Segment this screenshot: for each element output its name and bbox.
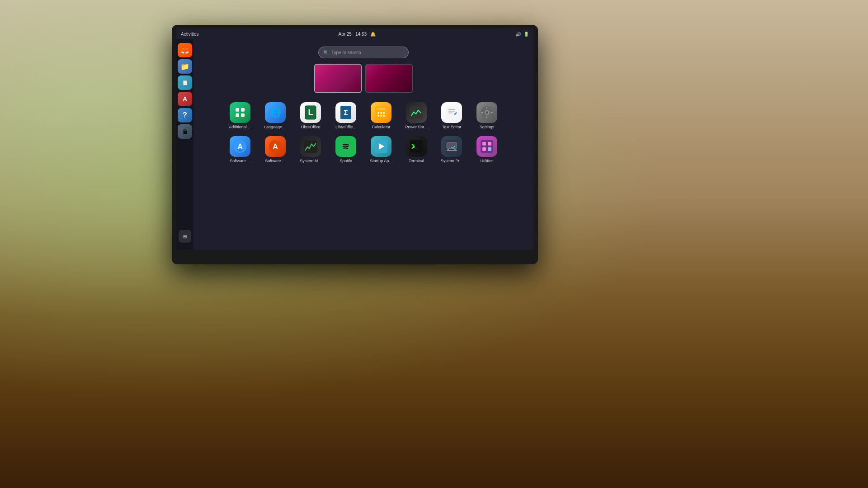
- svg-point-14: [377, 115, 379, 117]
- systemmonitor-label: System M...: [300, 159, 321, 164]
- apps-row-1: Additional ... 🌐 Language ... L: [225, 102, 502, 130]
- apps-grid: Additional ... 🌐 Language ... L: [225, 102, 502, 164]
- app-systemmonitor[interactable]: System M...: [295, 136, 326, 164]
- softwareupdate-label: Software ...: [230, 159, 250, 164]
- svg-point-24: [486, 111, 488, 114]
- sidebar-item-trash[interactable]: 🗑: [178, 124, 192, 139]
- sidebar-item-manager[interactable]: 📋: [178, 75, 192, 90]
- sound-icon[interactable]: 🔊: [515, 32, 521, 37]
- svg-text:A: A: [273, 143, 278, 150]
- app-language[interactable]: 🌐 Language ...: [260, 102, 291, 130]
- search-icon: 🔍: [323, 50, 329, 55]
- sidebar-item-files[interactable]: 📁: [178, 59, 192, 74]
- powerstat-icon: [406, 102, 427, 123]
- startup-icon: [371, 136, 392, 157]
- svg-rect-46: [488, 142, 491, 145]
- date-display: Apr 25: [338, 32, 351, 37]
- battery-icon[interactable]: 🔋: [524, 32, 529, 37]
- svg-rect-45: [482, 142, 486, 145]
- sidebar-item-software[interactable]: A: [178, 92, 192, 106]
- svg-text:$_: $_: [412, 144, 418, 149]
- libreofficecalc-icon: Σ: [335, 102, 356, 123]
- calculator-label: Calculator: [372, 125, 391, 130]
- notifications-icon[interactable]: 🔔: [370, 32, 376, 37]
- svg-rect-44: [481, 140, 493, 153]
- app-systemprof[interactable]: System Pr...: [436, 136, 467, 164]
- settings-label: Settings: [480, 125, 495, 130]
- softwareupdate-icon: A: [230, 136, 250, 157]
- svg-rect-18: [446, 106, 457, 119]
- main-content: 🔍 Type to search: [193, 39, 533, 250]
- app-softwarecenter[interactable]: A Software ...: [260, 136, 291, 164]
- topbar-right: 🔊 🔋: [515, 32, 529, 37]
- app-powerstat[interactable]: Power Sta...: [401, 102, 432, 130]
- app-libreoffice[interactable]: L LibreOffice: [295, 102, 326, 130]
- search-bar[interactable]: 🔍 Type to search: [318, 47, 409, 58]
- systemmonitor-icon: [300, 136, 321, 157]
- svg-point-12: [380, 112, 382, 114]
- svg-text:L: L: [308, 108, 313, 117]
- powerstat-label: Power Sta...: [405, 125, 427, 130]
- app-additional[interactable]: Additional ...: [225, 102, 255, 130]
- terminal-icon: $_: [406, 136, 427, 157]
- svg-rect-25: [486, 107, 487, 109]
- additional-label: Additional ...: [229, 125, 251, 130]
- activities-button[interactable]: Activities: [181, 32, 198, 37]
- systemprof-icon: [441, 136, 462, 157]
- settings-icon: [476, 102, 497, 123]
- topbar-center: Apr 25 14:53 🔔: [338, 32, 376, 37]
- libreofficecalc-label: LibreOffic...: [335, 125, 356, 130]
- app-libreofficecalc[interactable]: Σ LibreOffic...: [330, 102, 361, 130]
- sidebar-item-firefox[interactable]: 🦊: [178, 43, 192, 57]
- svg-rect-28: [491, 112, 493, 113]
- app-utilities[interactable]: Utilities: [472, 136, 502, 164]
- time-display: 14:53: [355, 32, 367, 37]
- svg-rect-3: [241, 113, 245, 117]
- texteditor-label: Text Editor: [442, 125, 462, 130]
- svg-rect-10: [377, 108, 386, 110]
- svg-rect-0: [236, 108, 239, 112]
- spotify-label: Spotify: [340, 159, 352, 164]
- screen: Activities Apr 25 14:53 🔔 🔊 🔋 🦊 📁 📋 A ? …: [176, 28, 533, 250]
- svg-rect-1: [241, 108, 245, 112]
- spotify-icon: [335, 136, 356, 157]
- svg-rect-2: [236, 113, 239, 117]
- softwarecenter-icon: A: [265, 136, 286, 157]
- libreoffice-label: LibreOffice: [301, 125, 320, 130]
- workspaces-thumbnails: [314, 64, 413, 93]
- app-spotify[interactable]: Spotify: [330, 136, 361, 164]
- app-calculator[interactable]: Calculator: [366, 102, 396, 130]
- app-texteditor[interactable]: Text Editor: [436, 102, 467, 130]
- calculator-icon: [371, 102, 392, 123]
- search-placeholder: Type to search: [331, 50, 361, 55]
- libreoffice-icon: L: [300, 102, 321, 123]
- additional-icon: [230, 102, 250, 123]
- utilities-icon: [476, 136, 497, 157]
- softwarecenter-label: Software ...: [265, 159, 286, 164]
- workspace-1[interactable]: [314, 64, 362, 93]
- systemprof-label: System Pr...: [441, 159, 463, 164]
- apps-row-2: A Software ... A Software ...: [225, 136, 502, 164]
- workspace-2[interactable]: [365, 64, 413, 93]
- app-settings[interactable]: Settings: [472, 102, 502, 130]
- topbar: Activities Apr 25 14:53 🔔 🔊 🔋: [176, 28, 533, 39]
- sidebar-item-help[interactable]: ?: [178, 108, 192, 122]
- sidebar: 🦊 📁 📋 A ? 🗑 ⊞: [176, 39, 193, 250]
- show-apps-button[interactable]: ⊞: [179, 230, 191, 243]
- svg-point-16: [383, 115, 385, 117]
- app-terminal[interactable]: $_ Terminal: [401, 136, 432, 164]
- svg-rect-47: [482, 147, 486, 151]
- terminal-label: Terminal: [409, 159, 424, 164]
- utilities-label: Utilities: [480, 159, 493, 164]
- svg-point-11: [377, 112, 379, 114]
- language-icon: 🌐: [265, 102, 286, 123]
- svg-point-13: [383, 112, 385, 114]
- svg-point-15: [380, 115, 382, 117]
- svg-text:Σ: Σ: [344, 109, 348, 117]
- svg-rect-48: [488, 147, 491, 151]
- app-startup[interactable]: Startup Ap...: [366, 136, 396, 164]
- app-softwareupdate[interactable]: A Software ...: [225, 136, 255, 164]
- startup-label: Startup Ap...: [370, 159, 392, 164]
- language-label: Language ...: [264, 125, 287, 130]
- svg-text:A: A: [237, 143, 243, 150]
